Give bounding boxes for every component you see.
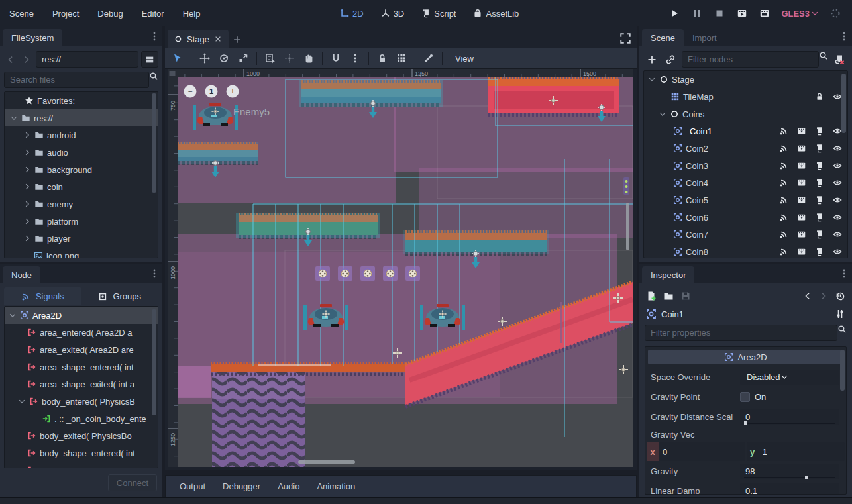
fs-split-mode-button[interactable] — [141, 51, 158, 68]
mode-3d-button[interactable]: 3D — [376, 6, 410, 21]
tab-audio[interactable]: Audio — [270, 478, 307, 495]
group-icon[interactable] — [797, 247, 806, 256]
gravity-point-checkbox[interactable] — [740, 392, 750, 402]
eye-icon[interactable] — [833, 247, 842, 256]
object-tools-icon[interactable] — [835, 309, 845, 319]
signal-icon[interactable] — [779, 126, 788, 136]
filter-nodes-input[interactable] — [682, 51, 819, 68]
mode-script-button[interactable]: Script — [416, 6, 461, 21]
caret-down-icon[interactable] — [659, 110, 666, 118]
signal-icon[interactable] — [779, 161, 788, 170]
script-icon[interactable] — [815, 144, 824, 153]
tree-row-coin8[interactable]: Coin8 — [644, 243, 847, 258]
space-override-dropdown[interactable]: Disabled — [740, 370, 839, 385]
caret-down-icon[interactable] — [9, 311, 17, 319]
signal-row[interactable]: area_shape_entered( int — [5, 358, 158, 376]
tree-row-coin2[interactable]: Coin2 — [644, 140, 847, 157]
signal-row[interactable]: area_exited( Area2D are — [5, 341, 158, 358]
signal-row[interactable]: area_shape_exited( int a — [5, 376, 158, 393]
tab-animation[interactable]: Animation — [309, 478, 362, 495]
fs-row-coin[interactable]: coin — [5, 178, 158, 195]
canvas-vertical-scrollbar[interactable] — [626, 203, 629, 250]
menu-editor[interactable]: Editor — [135, 6, 171, 21]
history-icon[interactable] — [835, 291, 845, 301]
caret-down-icon[interactable] — [648, 76, 656, 83]
gravity-distance-scale-field[interactable]: 0 — [740, 409, 839, 425]
view-menu[interactable]: View — [449, 54, 480, 64]
caret-down-icon[interactable] — [18, 397, 26, 405]
group-icon[interactable] — [797, 195, 806, 205]
signal-root-area2d[interactable]: Area2D — [5, 307, 158, 324]
eye-icon[interactable] — [833, 144, 842, 153]
caret-right-icon[interactable] — [23, 148, 31, 156]
pivot-tool-button[interactable] — [282, 51, 297, 66]
new-resource-icon[interactable] — [646, 291, 657, 301]
fs-row-enemy[interactable]: enemy — [5, 195, 158, 213]
gravity-vec-x-field[interactable]: x0 — [647, 442, 745, 461]
filter-properties-input[interactable] — [645, 325, 837, 341]
zoom-in-button[interactable]: + — [227, 85, 239, 98]
fs-row-android[interactable]: android — [5, 126, 158, 144]
distraction-free-icon[interactable] — [619, 32, 631, 44]
signal-icon[interactable] — [779, 195, 788, 205]
tree-row-tilemap[interactable]: TileMap — [644, 88, 847, 105]
caret-down-icon[interactable] — [10, 114, 18, 122]
gem-sprite[interactable] — [623, 177, 629, 195]
eye-icon[interactable] — [833, 195, 842, 205]
group-icon[interactable] — [797, 213, 806, 222]
caret-right-icon[interactable] — [23, 131, 31, 139]
group-object-button[interactable] — [394, 51, 409, 66]
linear-damp-field[interactable]: 0.1 — [740, 483, 839, 495]
filesystem-menu-icon[interactable] — [149, 31, 160, 42]
history-back-icon[interactable] — [803, 291, 812, 301]
signal-row[interactable]: body_shape_entered( int — [5, 444, 158, 462]
instance-scene-button[interactable] — [663, 52, 678, 67]
signal-icon[interactable] — [779, 213, 788, 222]
script-icon[interactable] — [815, 213, 824, 222]
play-button[interactable] — [666, 5, 683, 22]
zoom-reset-button[interactable]: 1 — [205, 85, 218, 98]
scene-tree-scrollbar[interactable] — [841, 72, 846, 256]
tab-inspector[interactable]: Inspector — [642, 266, 694, 283]
fs-row-audio[interactable]: audio — [5, 144, 158, 161]
menu-help[interactable]: Help — [176, 6, 207, 21]
history-forward-icon[interactable] — [819, 291, 828, 301]
move-tool-button[interactable] — [197, 51, 212, 66]
eye-icon[interactable] — [833, 178, 842, 187]
zoom-out-button[interactable]: − — [184, 85, 197, 98]
tab-scene[interactable]: Scene — [642, 29, 684, 46]
pan-tool-button[interactable] — [301, 51, 316, 66]
menu-debug[interactable]: Debug — [91, 6, 129, 21]
script-icon[interactable] — [815, 247, 824, 256]
menu-project[interactable]: Project — [46, 6, 85, 21]
tree-row-coin4[interactable]: Coin4 — [644, 174, 847, 191]
signal-icon[interactable] — [779, 178, 788, 187]
tree-row-coin5[interactable]: Coin5 — [644, 191, 847, 209]
list-select-button[interactable] — [263, 51, 278, 66]
search-files-input[interactable] — [4, 72, 149, 88]
tree-row-coin6[interactable]: Coin6 — [644, 209, 847, 226]
caret-right-icon[interactable] — [23, 217, 31, 225]
fs-forward-button[interactable] — [20, 52, 33, 67]
select-tool-button[interactable] — [170, 51, 185, 66]
play-custom-scene-button[interactable] — [756, 5, 773, 22]
fs-path-field[interactable]: res:// — [36, 51, 138, 68]
signal-icon[interactable] — [779, 144, 788, 153]
caret-right-icon[interactable] — [23, 183, 31, 191]
zoom-controls[interactable]: − 1 + — [184, 85, 239, 98]
caret-right-icon[interactable] — [23, 200, 31, 208]
group-icon[interactable] — [797, 126, 806, 136]
tab-filesystem[interactable]: FileSystem — [3, 29, 62, 46]
group-icon[interactable] — [797, 161, 806, 170]
script-icon[interactable] — [815, 126, 824, 136]
save-resource-icon[interactable] — [680, 291, 691, 301]
fs-row-platform[interactable]: platform — [5, 213, 158, 230]
tab-output[interactable]: Output — [172, 478, 213, 495]
signal-row-body-entered[interactable]: body_entered( PhysicsB — [5, 393, 158, 410]
signal-row[interactable]: body_shape_exited( int b — [5, 462, 158, 468]
tree-row-stage[interactable]: Stage — [644, 71, 847, 88]
tree-row-coin3[interactable]: Coin3 — [644, 157, 847, 174]
group-icon[interactable] — [797, 144, 806, 153]
node-menu-icon[interactable] — [149, 268, 160, 279]
tab-debugger[interactable]: Debugger — [215, 478, 268, 495]
